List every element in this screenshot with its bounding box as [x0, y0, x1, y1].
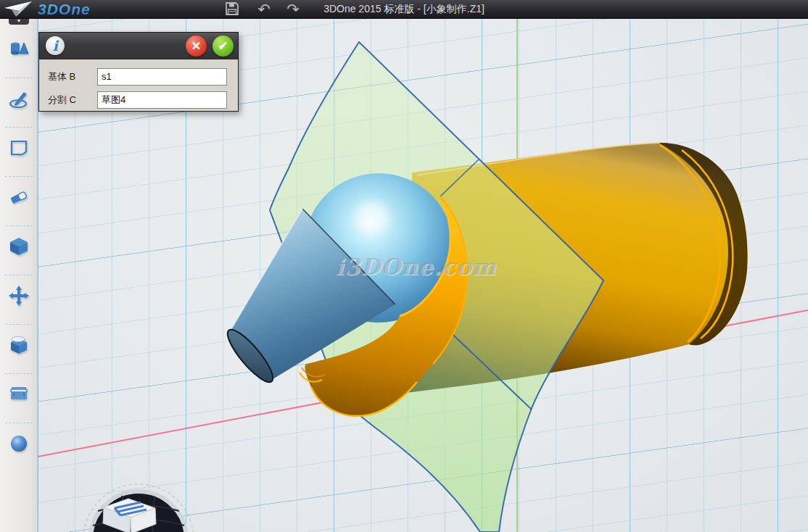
- paper-plane-icon: [3, 1, 35, 18]
- combine-solids-icon: [8, 334, 30, 356]
- base-field-input[interactable]: [97, 68, 227, 86]
- surface-icon: [8, 137, 30, 159]
- save-icon[interactable]: [223, 1, 241, 17]
- tool-sidebar: ▼: [0, 18, 38, 532]
- dialog-body: 基体 B 分割 C: [39, 59, 238, 109]
- base-field-label: 基体 B: [48, 70, 97, 83]
- sphere-highlight: [356, 201, 388, 233]
- sidebar-item-material-sphere[interactable]: [0, 423, 38, 464]
- pencil-sketch-icon: [8, 88, 30, 109]
- redo-icon[interactable]: ↷: [284, 1, 302, 17]
- measure-tool-icon: [8, 383, 30, 405]
- eraser-icon: [8, 186, 30, 208]
- sidebar-item-sketch-draw[interactable]: [0, 78, 38, 119]
- sidebar-item-primitive-shapes[interactable]: [0, 29, 38, 70]
- app-window: { "window": { "logo_text": "3DOne", "tit…: [0, 0, 808, 532]
- title-bar: 3DOne 3DOne 2015 标准版 - [小象制作.Z1] ↶ ↷: [0, 0, 808, 19]
- cancel-button[interactable]: ✕: [186, 36, 207, 57]
- split-field-label: 分割 C: [48, 93, 97, 107]
- sidebar-item-measure[interactable]: [0, 374, 38, 415]
- app-logo: 3DOne: [3, 0, 91, 18]
- dialog-header[interactable]: i ✕ ✔: [39, 33, 238, 59]
- sidebar-item-solid-cube[interactable]: [0, 226, 38, 267]
- sphere-icon: [8, 433, 30, 454]
- sidebar-item-combine-solids[interactable]: [0, 325, 38, 365]
- window-title: 3DOne 2015 标准版 - [小象制作.Z1]: [0, 0, 808, 18]
- info-icon: i: [46, 36, 65, 55]
- cube-icon: [8, 236, 30, 257]
- undo-icon[interactable]: ↶: [255, 1, 273, 17]
- field-row-base: 基体 B: [48, 67, 238, 86]
- view-cube[interactable]: [83, 484, 194, 532]
- move-arrows-icon: [8, 285, 30, 307]
- sidebar-item-eraser[interactable]: [0, 177, 38, 217]
- sidebar-collapse-tab[interactable]: ▼: [9, 18, 29, 25]
- sidebar-item-move[interactable]: [0, 275, 38, 316]
- logo-text: 3DOne: [38, 1, 91, 18]
- primitive-shapes-icon: [8, 38, 30, 60]
- field-row-split: 分割 C: [48, 91, 238, 109]
- split-command-dialog: i ✕ ✔ 基体 B 分割 C: [38, 32, 239, 112]
- confirm-button[interactable]: ✔: [213, 36, 234, 57]
- sidebar-item-sketch-surface[interactable]: [0, 128, 38, 168]
- split-field-input[interactable]: [97, 91, 227, 109]
